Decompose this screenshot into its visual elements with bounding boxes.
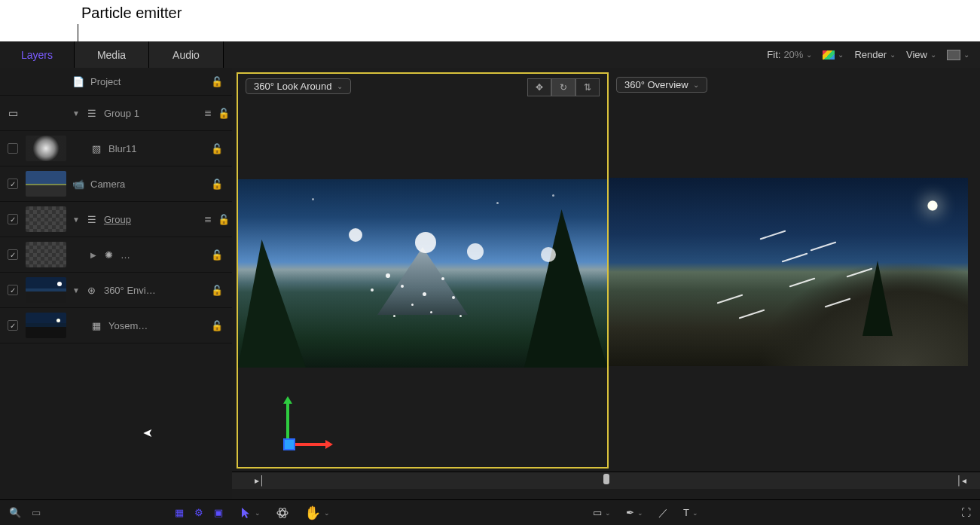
fit-value: 20%: [783, 49, 803, 60]
view-dropdown[interactable]: View⌄: [906, 49, 936, 60]
viewport-mode-dropdown[interactable]: 360° Look Around ⌄: [246, 78, 351, 94]
dolly-tool-button[interactable]: ⇅: [575, 78, 600, 96]
project-label: Project: [90, 76, 121, 87]
behaviors-icon[interactable]: ⚙: [194, 507, 203, 518]
chevron-icon: ⌄: [838, 50, 844, 59]
blur-label: Blur11: [108, 143, 137, 154]
search-icon[interactable]: 🔍: [9, 507, 21, 518]
minus-icon[interactable]: ▭: [8, 107, 18, 119]
playhead-icon[interactable]: [603, 474, 609, 484]
filters-icon[interactable]: ▦: [175, 507, 184, 518]
text-tool[interactable]: T⌄: [683, 507, 698, 518]
layout-dropdown[interactable]: ⌄: [947, 50, 969, 60]
globe-icon: ⊛: [86, 285, 98, 295]
top-toolbar: Layers Media Audio Fit: 20% ⌄ ⌄ Render⌄ …: [0, 41, 980, 68]
out-marker-icon[interactable]: │◂: [957, 475, 967, 486]
3d-transform-tool[interactable]: [276, 506, 289, 520]
checkbox[interactable]: ✓: [8, 249, 18, 260]
lock-icon[interactable]: 🔓: [202, 143, 232, 154]
chevron-down-icon: ⌄: [692, 509, 698, 517]
emitter-icon: ✺: [102, 249, 114, 260]
lock-icon[interactable]: 🔓: [202, 76, 232, 87]
callout-label: Particle emitter: [81, 5, 182, 22]
tab-media[interactable]: Media: [75, 41, 149, 68]
shape-tool[interactable]: ▭⌄: [593, 507, 611, 518]
select-tool[interactable]: ⌄: [241, 507, 261, 519]
canvas-area: 360° Look Around ⌄ ✥ ↻ ⇅: [232, 68, 980, 499]
mountain-shape: [377, 247, 468, 315]
group1-label: Group 1: [104, 108, 139, 119]
thumbnail: [26, 206, 66, 232]
layers-icon: ☰: [86, 108, 98, 118]
brush-tool[interactable]: ／: [658, 506, 668, 520]
row-blur[interactable]: ▧ Blur11 🔓: [0, 131, 232, 166]
frame-icon[interactable]: ▭: [32, 507, 41, 518]
chevron-icon: ⌄: [890, 50, 896, 59]
chevron-icon: ⌄: [963, 50, 969, 59]
disclosure-triangle-icon[interactable]: ▼: [72, 109, 80, 118]
chevron-down-icon: ⌄: [255, 509, 261, 517]
lock-icon[interactable]: 🔓: [218, 108, 230, 119]
orbit-tool-button[interactable]: ↻: [551, 78, 575, 96]
fullscreen-button[interactable]: ⛶: [961, 507, 971, 518]
stack-icon[interactable]: ≣: [204, 108, 212, 119]
layout-icon: [947, 50, 960, 60]
thumbnail: [26, 313, 66, 338]
viewport-right[interactable]: 360° Overview ⌄: [609, 72, 968, 465]
chevron-down-icon: ⌄: [693, 81, 699, 89]
viewport-image: [609, 178, 968, 366]
lock-icon[interactable]: 🔓: [218, 214, 230, 225]
checkbox[interactable]: ✓: [8, 285, 18, 295]
tab-audio[interactable]: Audio: [149, 41, 224, 68]
render-dropdown[interactable]: Render⌄: [854, 49, 896, 60]
document-icon: 📄: [72, 76, 84, 87]
in-marker-icon[interactable]: ▸│: [255, 475, 265, 486]
row-clip[interactable]: ✓ ▦ Yosem… 🔓: [0, 308, 232, 343]
row-project[interactable]: 📄 Project 🔓: [0, 68, 232, 96]
origin-handle[interactable]: [283, 438, 295, 450]
pen-tool[interactable]: ✒⌄: [626, 507, 643, 518]
thumbnail: [26, 136, 66, 161]
stack-icon[interactable]: ≣: [204, 214, 212, 225]
thumbnail: [26, 171, 66, 197]
row-360-env[interactable]: ✓ ▼ ⊛ 360° Envi… 🔓: [0, 273, 232, 308]
checkbox[interactable]: [8, 143, 18, 154]
moon-shape: [927, 200, 938, 211]
checkbox[interactable]: ✓: [8, 214, 18, 224]
row-group[interactable]: ✓ ▼ ☰ Group ≣🔓: [0, 202, 232, 237]
lock-icon[interactable]: 🔓: [202, 179, 232, 190]
fit-label: Fit:: [767, 49, 780, 60]
canvas-footer: ⌄ ✋⌄ ▭⌄ ✒⌄ ／ T⌄ ⛶: [232, 499, 980, 525]
svg-point-0: [277, 511, 288, 515]
viewport-left[interactable]: 360° Look Around ⌄ ✥ ↻ ⇅: [237, 72, 609, 469]
checkbox[interactable]: ✓: [8, 320, 18, 331]
time-ruler[interactable]: ▸│ │◂: [232, 472, 980, 489]
viewport-image: [238, 179, 607, 368]
color-channel-dropdown[interactable]: ⌄: [823, 50, 844, 60]
disclosure-triangle-icon[interactable]: ▼: [72, 215, 80, 224]
pan-tool[interactable]: ✋⌄: [304, 505, 330, 521]
axis-gizmo[interactable]: [276, 402, 328, 462]
layers-icon: ☰: [86, 214, 98, 224]
viewport-mode-dropdown[interactable]: 360° Overview ⌄: [616, 77, 707, 93]
clip-label: Yosem…: [108, 320, 148, 331]
zoom-fit-dropdown[interactable]: Fit: 20% ⌄: [767, 49, 812, 60]
checkbox[interactable]: ✓: [8, 179, 18, 189]
env360-label: 360° Envi…: [104, 285, 156, 296]
trees-shape: [524, 209, 607, 368]
row-camera[interactable]: ✓ 📹 Camera 🔓: [0, 166, 232, 202]
thumbnail: [26, 242, 66, 267]
lock-icon[interactable]: 🔓: [202, 285, 232, 296]
color-swatch-icon: [823, 50, 835, 60]
lock-icon[interactable]: 🔓: [202, 249, 232, 261]
disclosure-triangle-icon[interactable]: ▼: [72, 286, 80, 295]
pan-tool-button[interactable]: ✥: [527, 78, 551, 96]
sidebar-footer: 🔍 ▭ ▦ ⚙ ▣: [0, 499, 232, 525]
tab-layers[interactable]: Layers: [0, 41, 75, 68]
lock-icon[interactable]: 🔓: [202, 320, 232, 331]
disclosure-triangle-icon[interactable]: ▶: [90, 251, 96, 259]
masks-icon[interactable]: ▣: [214, 507, 223, 518]
row-particle-emitter[interactable]: ✓ ▶ ✺ … 🔓: [0, 237, 232, 273]
row-group1[interactable]: ▭ ▼ ☰ Group 1 ≣🔓: [0, 96, 232, 131]
chevron-icon: ⌄: [806, 50, 812, 59]
